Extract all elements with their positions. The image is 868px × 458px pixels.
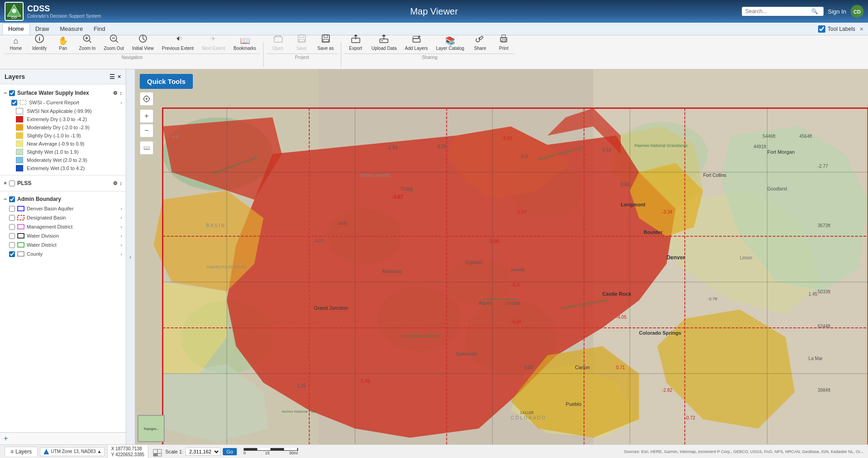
utm-arrow-icon — [43, 448, 49, 455]
toolbar-bookmarks-button[interactable]: 📖 Bookmarks — [230, 35, 260, 53]
denver-basin-item[interactable]: Denver Basin Aquifer › — [0, 204, 126, 213]
plss-expand-icon: + — [4, 180, 7, 186]
toolbar-pan-button[interactable]: ✋ Pan — [52, 35, 74, 53]
svg-text:Aspen: Aspen — [479, 301, 492, 306]
tool-labels-area: Tool Labels × — [818, 24, 866, 34]
sidebar-close-button[interactable]: × — [118, 73, 121, 80]
plss-checkbox[interactable] — [9, 180, 15, 186]
svg-rect-35 — [18, 206, 24, 211]
toolbar-zoom-out-button[interactable]: Zoom Out — [100, 32, 128, 53]
header: CO CDSS Colorado's Decision Support Syst… — [0, 0, 868, 23]
toolbar-save-as-button[interactable]: Save as — [314, 32, 338, 53]
sidebar-footer: + — [0, 432, 126, 444]
map-area[interactable]: Longmont Boulder Denver Castle Rock Colo… — [135, 69, 868, 444]
toolbar-layer-catalog-button[interactable]: 📚 Layer Catalog — [432, 35, 468, 53]
scale-label-0: 0 — [244, 451, 246, 455]
water-division-item[interactable]: Water Division › — [0, 231, 126, 240]
search-box[interactable]: 🔍 — [742, 7, 824, 16]
search-input[interactable] — [745, 8, 809, 15]
go-button[interactable]: Go — [223, 448, 237, 455]
svg-text:14116ft: 14116ft — [520, 410, 534, 415]
pan-icon: ✋ — [58, 37, 68, 45]
designated-basin-expand[interactable]: › — [121, 215, 122, 220]
svg-rect-36 — [18, 215, 24, 220]
next-extent-icon — [209, 34, 219, 45]
toolbar-export-button[interactable]: Export — [344, 32, 367, 53]
county-label: County — [27, 251, 43, 257]
designated-basin-label: Designated Basin — [27, 215, 66, 220]
scale-select[interactable]: 2,311,162 1,155,581 577,790 288,895 — [186, 448, 221, 456]
toolbar-sharing-section: Export Upload Data Add Layers 📚 Layer Ca… — [344, 32, 515, 67]
mgmt-district-expand[interactable]: › — [121, 224, 122, 229]
tool-labels-checkbox[interactable] — [818, 25, 825, 33]
toolbar-zoom-in-button[interactable]: Zoom In — [75, 32, 99, 53]
logo-icon: CO — [5, 2, 24, 21]
user-avatar[interactable]: CD — [851, 5, 863, 18]
add-layer-footer-button[interactable]: + — [4, 434, 8, 443]
sidebar-body: − Surface Water Supply Index ⚙ ↕ SWSI - … — [0, 84, 126, 432]
admin-group-header[interactable]: − Admin Boundary — [0, 194, 126, 204]
legend-ext-dry: Extremely Dry (-3.0 to -4.2) — [0, 115, 126, 123]
svg-text:M S: M S — [172, 135, 178, 139]
map-zoom-out-button[interactable]: − — [140, 124, 153, 137]
svg-rect-19 — [299, 39, 304, 42]
mgmt-district-checkbox[interactable] — [9, 224, 15, 230]
logo-area: CO CDSS Colorado's Decision Support Syst… — [5, 2, 101, 21]
county-item[interactable]: County › — [0, 249, 126, 258]
scale-grid-icon — [153, 447, 163, 457]
toolbar-share-button[interactable]: Share — [469, 32, 491, 53]
mgmt-district-item[interactable]: Management District › — [0, 222, 126, 231]
swsi-current-checkbox[interactable] — [11, 100, 17, 106]
close-toolbar-button[interactable]: × — [858, 24, 866, 34]
swsi-current-expand[interactable]: › — [121, 100, 122, 105]
map-bookmark-button[interactable]: 📖 — [140, 141, 153, 155]
toolbar-previous-extent-button[interactable]: Previous Extent — [158, 32, 197, 53]
toolbar-print-button[interactable]: Print — [492, 32, 515, 53]
map-locate-button[interactable] — [140, 92, 153, 106]
svg-rect-24 — [380, 39, 388, 43]
swsi-collapse-icon: − — [4, 90, 7, 96]
water-district-expand[interactable]: › — [121, 243, 122, 248]
admin-checkbox[interactable] — [9, 196, 15, 202]
toolbar-add-layers-button[interactable]: Add Layers — [401, 32, 432, 53]
svg-text:i: i — [39, 35, 40, 42]
swsi-current-item[interactable]: SWSI - Current Report › — [0, 98, 126, 107]
designated-basin-checkbox[interactable] — [9, 215, 15, 221]
sidebar-collapse-button[interactable]: ‹ — [126, 69, 135, 444]
county-checkbox[interactable] — [9, 251, 15, 257]
sidebar-menu-button[interactable]: ☰ — [109, 73, 115, 80]
svg-text:0.14: 0.14 — [603, 147, 612, 152]
map-zoom-in-button[interactable]: + — [140, 109, 153, 123]
legend-color-mod-dry — [16, 124, 23, 131]
toolbar-sharing-buttons: Export Upload Data Add Layers 📚 Layer Ca… — [344, 32, 515, 53]
water-division-expand[interactable]: › — [121, 234, 122, 239]
toolbar-next-extent-button[interactable]: Next Extent — [198, 32, 229, 53]
designated-basin-item[interactable]: Designated Basin › — [0, 213, 126, 222]
sign-in-button[interactable]: Sign In — [828, 8, 846, 15]
toolbar-home-button[interactable]: ⌂ Home — [5, 35, 27, 53]
toolbar-open-button[interactable]: Open — [267, 32, 289, 53]
water-district-item[interactable]: Water District › — [0, 240, 126, 249]
swsi-group-header[interactable]: − Surface Water Supply Index ⚙ ↕ — [0, 88, 126, 98]
svg-text:6244ft: 6244ft — [818, 324, 830, 329]
swsi-checkbox[interactable] — [9, 90, 15, 96]
toolbar-identify-button[interactable]: i Identify — [28, 32, 51, 53]
water-district-checkbox[interactable] — [9, 242, 15, 248]
svg-text:4491ft: 4491ft — [754, 144, 766, 149]
svg-text:Colorado Springs: Colorado Springs — [639, 330, 681, 336]
plss-group-header[interactable]: + PLSS ⚙ ↕ — [0, 178, 126, 188]
county-expand[interactable]: › — [121, 252, 122, 257]
water-division-checkbox[interactable] — [9, 233, 15, 239]
basemap-indicator[interactable]: Topogra... — [137, 415, 165, 442]
toolbar-initial-view-button[interactable]: Initial View — [128, 32, 157, 53]
toolbar-upload-data-button[interactable]: Upload Data — [368, 32, 401, 53]
toolbar-save-button[interactable]: Save — [290, 32, 313, 53]
layers-tab-button[interactable]: ≡ Layers — [5, 447, 38, 456]
svg-text:Pawnee National Grasslands: Pawnee National Grasslands — [634, 143, 688, 148]
denver-basin-expand[interactable]: › — [121, 206, 122, 211]
svg-rect-39 — [18, 243, 24, 247]
scale-segment-3 — [271, 448, 284, 450]
denver-basin-checkbox[interactable] — [9, 206, 15, 212]
tool-labels-label: Tool Labels — [828, 26, 855, 32]
quick-tools-button[interactable]: Quick Tools — [140, 74, 193, 89]
